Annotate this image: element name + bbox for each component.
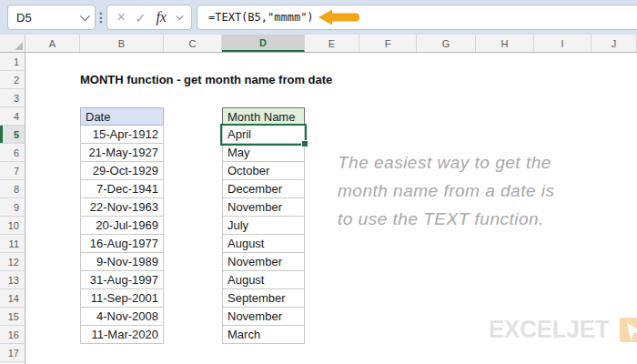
name-box[interactable]: D5: [7, 5, 96, 30]
row-header-11[interactable]: 11: [0, 235, 25, 253]
row-header-16[interactable]: 16: [0, 326, 25, 344]
row-header-strip: 1234567891011121314151617: [0, 53, 25, 364]
column-header-d[interactable]: D: [222, 35, 305, 52]
date-cell[interactable]: 20-Jul-1969: [80, 217, 164, 235]
date-cell[interactable]: 11-Sep-2001: [80, 289, 164, 308]
cancel-icon[interactable]: ×: [117, 10, 126, 25]
row-header-1[interactable]: 1: [0, 53, 25, 71]
column-header-j[interactable]: J: [592, 35, 637, 52]
row-header-17[interactable]: 17: [0, 344, 25, 362]
row-header-2[interactable]: 2: [0, 71, 25, 89]
row-header-7[interactable]: 7: [0, 162, 25, 180]
date-cell[interactable]: 22-Nov-1963: [80, 198, 164, 217]
month-cell[interactable]: March: [222, 326, 305, 344]
chevron-down-icon[interactable]: [177, 12, 184, 19]
row-header-8[interactable]: 8: [0, 180, 25, 198]
row-header-13[interactable]: 13: [0, 271, 25, 289]
row-header-14[interactable]: 14: [0, 289, 25, 308]
month-cell[interactable]: August: [222, 235, 305, 253]
column-header-i[interactable]: I: [534, 35, 592, 52]
note-line: to use the TEXT function.: [338, 205, 555, 233]
formula-bar: D5 ⋮ × ✓ fx =TEXT(B5,"mmmm"): [0, 0, 637, 35]
month-cell[interactable]: May: [222, 144, 305, 162]
note-line: month name from a date is: [338, 177, 555, 205]
sheet-canvas: MONTH function - get month name from dat…: [25, 53, 637, 364]
annotation-note: The easiest way to get themonth name fro…: [338, 148, 555, 233]
exceljet-logo: EXCELJET: [489, 316, 637, 344]
row-header-4[interactable]: 4: [0, 107, 25, 126]
date-cell[interactable]: 9-Nov-1989: [80, 253, 164, 271]
date-cell[interactable]: 4-Nov-2008: [80, 308, 164, 326]
column-header-f[interactable]: F: [359, 35, 417, 52]
selected-cell-outline: [220, 124, 307, 146]
row-header-15[interactable]: 15: [0, 308, 25, 326]
column-header-a[interactable]: A: [25, 35, 80, 52]
month-cell[interactable]: December: [222, 180, 305, 198]
formula-text: =TEXT(B5,"mmmm"): [208, 11, 314, 24]
date-cell[interactable]: 7-Dec-1941: [80, 180, 164, 198]
annotation-arrow-icon: [318, 9, 360, 25]
column-header-strip: ABCDEFGHIJ: [0, 35, 637, 53]
paper-plane-icon: [620, 318, 637, 342]
date-cell[interactable]: 11-Mar-2020: [80, 326, 164, 344]
row-header-6[interactable]: 6: [0, 144, 25, 162]
row-header-12[interactable]: 12: [0, 253, 25, 271]
month-cell[interactable]: November: [222, 198, 305, 217]
date-cell[interactable]: 15-Apr-1912: [80, 126, 164, 144]
month-cell[interactable]: August: [222, 271, 305, 289]
month-cell[interactable]: November: [222, 253, 305, 271]
column-header-c[interactable]: C: [164, 35, 222, 52]
column-header-e[interactable]: E: [305, 35, 359, 52]
date-cell[interactable]: 31-Aug-1997: [80, 271, 164, 289]
month-cell[interactable]: November: [222, 308, 305, 326]
name-box-value: D5: [16, 11, 32, 25]
formula-input[interactable]: =TEXT(B5,"mmmm"): [197, 5, 637, 30]
row-header-10[interactable]: 10: [0, 217, 25, 235]
formula-buttons: × ✓ fx: [106, 5, 192, 30]
confirm-icon[interactable]: ✓: [135, 11, 147, 25]
row-header-9[interactable]: 9: [0, 198, 25, 217]
chevron-down-icon[interactable]: [80, 11, 90, 21]
corner-triangle-icon: [15, 42, 23, 50]
logo-text: EXCELJET: [489, 316, 610, 344]
column-header-b[interactable]: B: [80, 35, 164, 52]
fill-handle[interactable]: [301, 140, 308, 147]
sheet-title: MONTH function - get month name from dat…: [80, 71, 332, 89]
month-column-header-cell[interactable]: Month Name: [222, 107, 305, 126]
dots-separator-icon: ⋮: [96, 0, 106, 35]
month-cell[interactable]: October: [222, 162, 305, 180]
month-cell[interactable]: July: [222, 217, 305, 235]
row-header-5[interactable]: 5: [0, 126, 25, 144]
select-all-corner[interactable]: [0, 35, 25, 52]
month-cell[interactable]: September: [222, 289, 305, 308]
note-line: The easiest way to get the: [338, 148, 555, 177]
row-header-3[interactable]: 3: [0, 89, 25, 107]
column-header-g[interactable]: G: [417, 35, 476, 52]
date-cell[interactable]: 29-Oct-1929: [80, 162, 164, 180]
date-column-header-cell[interactable]: Date: [80, 107, 164, 126]
insert-function-icon[interactable]: fx: [156, 9, 167, 25]
spreadsheet-app: D5 ⋮ × ✓ fx =TEXT(B5,"mmmm") ABCDEFGHIJ …: [0, 0, 637, 364]
date-cell[interactable]: 16-Aug-1977: [80, 235, 164, 253]
date-cell[interactable]: 21-May-1927: [80, 144, 164, 162]
column-header-h[interactable]: H: [476, 35, 534, 52]
